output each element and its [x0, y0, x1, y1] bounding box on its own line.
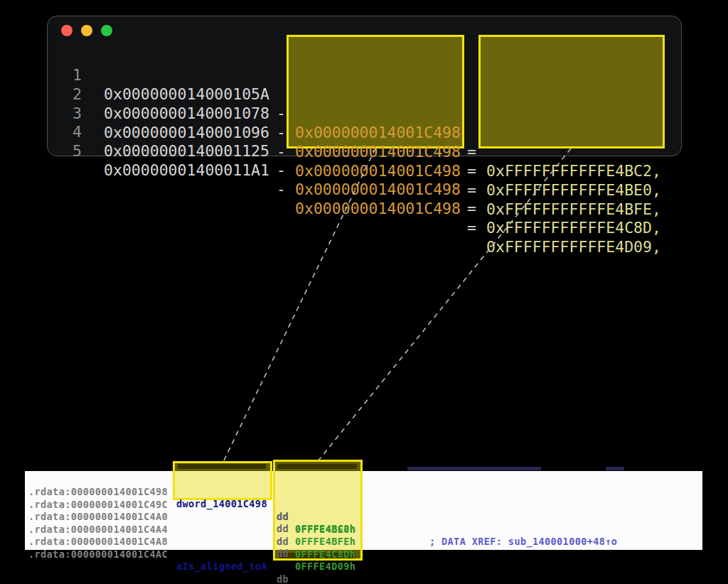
- terminal-window: 1 0x000000014000105A - 0x000000014001C49…: [47, 16, 682, 156]
- minus-operator: -: [277, 180, 286, 199]
- clipped-row-remnant: [277, 464, 357, 469]
- mnemonic: dd: [277, 548, 289, 561]
- terminal-line: 3 0x0000000140001096 - 0x000000014001C49…: [48, 85, 681, 104]
- minuend-address: 0x00000001400011A1: [104, 161, 269, 180]
- ida-row: .rdata:000000014001C4AC aIs_aligned_toA …: [25, 536, 702, 548]
- rdata-address: .rdata:000000014001C4AC: [28, 548, 168, 561]
- terminal-line: 1 0x000000014000105A - 0x000000014001C49…: [48, 46, 681, 65]
- result-value: 0xFFFFFFFFFFFE4D09,: [486, 237, 661, 256]
- equals-operator: =: [467, 199, 476, 218]
- ida-listing: .rdata:000000014001C498 dword_14001C498 …: [25, 471, 702, 550]
- equals-operator: =: [467, 180, 476, 200]
- subtrahend-address: 0x000000014001C498: [295, 142, 461, 161]
- terminal-line: 4 0x0000000140001125 - 0x000000014001C49…: [48, 103, 681, 122]
- ida-row: .rdata:000000014001C498 dword_14001C498 …: [25, 473, 702, 486]
- subtrahend-address: 0x000000014001C498: [295, 199, 461, 218]
- ida-row: .rdata:000000014001C4A0 dd 0FFFE4BFEh: [25, 498, 702, 511]
- result-value: 0xFFFFFFFFFFFE4BC2,: [486, 161, 661, 180]
- ida-disassembly-panel: .rdata:000000014001C498 dword_14001C498 …: [25, 471, 702, 550]
- dword-value: 0FFFE4D09h: [295, 561, 355, 573]
- subtrahend-address: 0x000000014001C498: [295, 180, 461, 199]
- string-label[interactable]: aIs_aligned_toA: [176, 561, 267, 573]
- dword-value: 0FFFE4C8Dh: [295, 548, 355, 561]
- equals-operator: =: [467, 142, 476, 161]
- minus-operator: -: [277, 142, 286, 161]
- result-value: 0xFFFFFFFFFFFE4C8D,: [486, 218, 661, 237]
- page-canvas: 1 0x000000014000105A - 0x000000014001C49…: [0, 0, 728, 584]
- line-number: 5: [69, 141, 82, 161]
- mnemonic: db: [277, 573, 289, 584]
- ida-row: .rdata:000000014001C49C dd 0FFFE4BE0h: [25, 486, 702, 499]
- terminal-line: 5 0x00000001400011A1 - 0x000000014001C49…: [48, 122, 681, 141]
- terminal-code: 1 0x000000014000105A - 0x000000014001C49…: [48, 16, 681, 156]
- equals-operator: =: [467, 218, 476, 237]
- clipped-row-remnant: [178, 464, 266, 469]
- ida-row: .rdata:000000014001C4A8 dd 0FFFE4D09h: [25, 523, 702, 536]
- clipped-row-remnant: [407, 467, 541, 470]
- terminal-line: 2 0x0000000140001078 - 0x000000014001C49…: [48, 65, 681, 85]
- result-value: 0xFFFFFFFFFFFE4BE0,: [486, 180, 661, 200]
- minuend-address: 0x0000000140001125: [104, 141, 269, 161]
- ida-row: .rdata:000000014001C4A4 dd 0FFFE4C8Dh: [25, 511, 702, 524]
- subtrahend-address: 0x000000014001C498: [295, 161, 461, 180]
- equals-operator: =: [467, 161, 476, 180]
- result-value: 0xFFFFFFFFFFFE4BFE,: [486, 200, 661, 219]
- minus-operator: -: [277, 161, 286, 180]
- clipped-row-remnant: [606, 467, 624, 470]
